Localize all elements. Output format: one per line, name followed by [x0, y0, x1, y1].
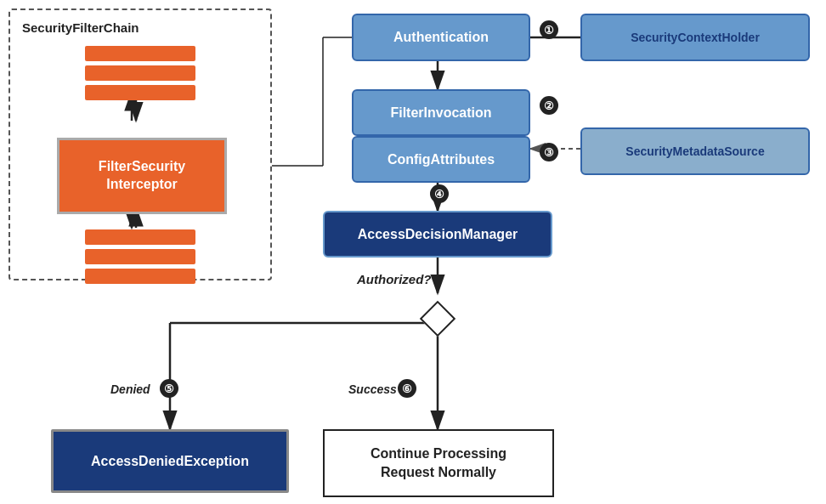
filter-invocation-box: FilterInvocation — [352, 89, 530, 136]
filter-bar-4 — [85, 229, 195, 245]
step-1-circle: ① — [540, 20, 558, 39]
security-context-holder-box: SecurityContextHolder — [580, 14, 810, 61]
step-3-circle: ③ — [540, 143, 558, 161]
authorized-question-label: Authorized? — [357, 272, 432, 286]
decision-diamond — [420, 301, 455, 337]
security-metadata-source-box: SecurityMetadataSource — [580, 127, 810, 175]
denied-label: Denied — [110, 382, 150, 396]
config-attributes-label: ConfigAttributes — [388, 152, 495, 167]
filter-bar-5 — [85, 249, 195, 264]
authentication-label: Authentication — [393, 30, 489, 45]
access-denied-exception-label: AccessDeniedException — [91, 454, 249, 469]
filter-invocation-label: FilterInvocation — [390, 105, 491, 121]
step-6-circle: ⑥ — [398, 379, 416, 398]
continue-processing-box: Continue ProcessingRequest Normally — [323, 429, 554, 497]
access-denied-exception-box: AccessDeniedException — [51, 429, 289, 493]
authentication-box: Authentication — [352, 14, 530, 61]
step-5-circle: ⑤ — [160, 379, 178, 398]
diagram-container: SecurityFilterChain FilterSecurityInterc… — [0, 0, 826, 504]
filter-bars-bottom — [85, 229, 195, 284]
step-2-circle: ② — [540, 96, 558, 115]
filter-chain-label: SecurityFilterChain — [22, 20, 139, 35]
filter-chain-box: SecurityFilterChain FilterSecurityInterc… — [8, 8, 272, 280]
filter-bar-1 — [85, 46, 195, 61]
access-decision-manager-box: AccessDecisionManager — [323, 211, 552, 258]
filter-bar-6 — [85, 269, 195, 284]
filter-bars-top — [85, 46, 195, 100]
security-metadata-source-label: SecurityMetadataSource — [625, 144, 764, 158]
filter-bar-3 — [85, 85, 195, 100]
access-decision-manager-label: AccessDecisionManager — [358, 227, 518, 242]
filter-bar-2 — [85, 65, 195, 81]
success-label: Success — [348, 382, 397, 396]
step-4-circle: ④ — [430, 184, 449, 203]
security-context-holder-label: SecurityContextHolder — [631, 31, 760, 44]
config-attributes-box: ConfigAttributes — [352, 136, 530, 183]
filter-security-interceptor-label: FilterSecurityInterceptor — [99, 158, 185, 194]
filter-security-interceptor-box: FilterSecurityInterceptor — [57, 138, 227, 214]
continue-processing-label: Continue ProcessingRequest Normally — [371, 445, 506, 483]
